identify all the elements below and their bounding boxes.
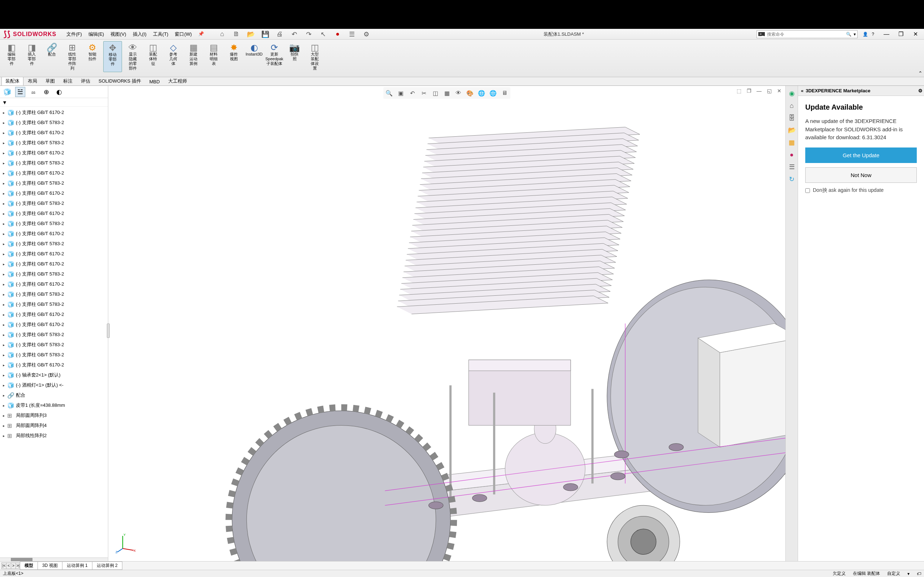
viewport-restore-icon[interactable]: ◱ (765, 87, 773, 95)
apply-scene-icon[interactable]: 🌐 (477, 88, 486, 98)
expand-icon[interactable]: ▸ (3, 414, 6, 417)
menu-tools[interactable]: 工具(T) (150, 29, 171, 39)
tree-item[interactable]: ▸🧊(-) 支撑柱 GB/T 6170-2 (0, 208, 108, 219)
tree-item[interactable]: ▸⊞局部圆周阵列4 (0, 421, 108, 430)
fm-tab-property-icon[interactable]: ☱ (15, 87, 25, 97)
expand-icon[interactable]: ▸ (3, 252, 6, 256)
tree-item[interactable]: ▸🧊(-) 支撑柱 GB/T 6170-2 (0, 108, 108, 118)
user-icon[interactable]: 👤 (863, 32, 868, 37)
expand-icon[interactable]: ▸ (3, 384, 6, 387)
minimize-button[interactable]: — (881, 31, 892, 38)
tree-item[interactable]: ▸🧊皮带1 (长度=438.88mm (0, 400, 108, 410)
ribbon-button-5[interactable]: ✥移动 零部 件 (103, 41, 122, 72)
expand-icon[interactable]: ▸ (3, 363, 6, 367)
status-dropdown-icon[interactable]: ▾ (908, 571, 909, 576)
expand-icon[interactable]: ▸ (3, 434, 6, 438)
tree-item[interactable]: ▸🧊(-) 支撑柱 GB/T 6170-2 (0, 128, 108, 138)
panel-settings-icon[interactable]: ⚙ (918, 88, 922, 93)
expand-icon[interactable]: ▸ (3, 292, 6, 297)
command-tab-5[interactable]: SOLIDWORKS 插件 (95, 76, 145, 85)
tree-item[interactable]: ▸🧊(-) 支撑柱 GB/T 5783-2 (0, 350, 108, 360)
bottom-tab-1[interactable]: 3D 视图 (37, 561, 63, 570)
bottom-tab-3[interactable]: 运动算例 2 (92, 561, 122, 570)
design-library-icon[interactable]: 🗄 (787, 113, 796, 122)
expand-icon[interactable]: ▸ (3, 212, 6, 216)
appearances-icon[interactable]: ● (787, 150, 796, 160)
orientation-triad[interactable]: Y X Z (115, 532, 137, 554)
expand-icon[interactable]: ▸ (3, 121, 6, 125)
hide-show-icon[interactable]: 👁 (453, 88, 464, 98)
feature-tree[interactable]: ▸🧊(-) 支撑柱 GB/T 6170-2▸🧊(-) 支撑柱 GB/T 5783… (0, 107, 108, 558)
search-dropdown-icon[interactable]: ▾ (854, 32, 856, 37)
dont-ask-checkbox[interactable] (805, 188, 810, 193)
custom-properties-icon[interactable]: ☰ (787, 162, 796, 172)
home-icon[interactable]: ⌂ (218, 30, 226, 39)
settings-icon[interactable]: ⚙ (362, 30, 371, 39)
search-icon[interactable]: 🔍 (846, 32, 851, 37)
expand-icon[interactable]: ▸ (3, 192, 6, 195)
bottom-tab-2[interactable]: 运动算例 1 (62, 561, 92, 570)
ribbon-button-1[interactable]: ◨插入 零部 件 (23, 41, 41, 72)
tree-item[interactable]: ▸🧊(-) 支撑柱 GB/T 5783-2 (0, 299, 108, 309)
tree-item[interactable]: ▸🔗配合 (0, 390, 108, 400)
get-update-button[interactable]: Get the Update (805, 148, 917, 163)
expand-icon[interactable]: ▸ (3, 403, 6, 408)
tree-item[interactable]: ▸🧊(-) 支撑柱 GB/T 6170-2 (0, 319, 108, 330)
tab-nav-prev[interactable]: < (6, 562, 11, 569)
command-tab-3[interactable]: 标注 (59, 76, 76, 85)
expand-icon[interactable]: ▸ (3, 262, 6, 266)
ribbon-button-15[interactable]: ◫大型 装配 体设 置 (305, 41, 324, 72)
ribbon-button-7[interactable]: ◫装配 体特 征 (144, 41, 162, 72)
ribbon-button-2[interactable]: 🔗配合 (43, 41, 61, 72)
help-icon[interactable]: ? (872, 32, 874, 37)
restore-button[interactable]: ❐ (896, 31, 906, 38)
tree-item[interactable]: ▸🧊(-) 支撑柱 GB/T 5783-2 (0, 138, 108, 148)
menu-edit[interactable]: 编辑(E) (86, 29, 107, 39)
ribbon-button-10[interactable]: ▤材料 明细 表 (204, 41, 223, 72)
expand-icon[interactable]: ▸ (3, 313, 6, 317)
tree-item[interactable]: ▸⊞局部圆周阵列3 (0, 410, 108, 421)
section-view-icon[interactable]: ✂ (419, 88, 429, 98)
file-explorer-icon[interactable]: 📂 (787, 126, 796, 135)
3dexp-icon[interactable]: ◉ (787, 89, 796, 98)
expand-icon[interactable]: ▸ (3, 201, 6, 206)
tree-item[interactable]: ▸🧊(-) 轴承套2<1> (默认) (0, 370, 108, 380)
view-orientation-icon[interactable]: ◫ (430, 88, 440, 98)
tree-item[interactable]: ▸🧊(-) 支撑柱 GB/T 6170-2 (0, 168, 108, 178)
save-icon[interactable]: 💾 (261, 30, 270, 39)
search-input[interactable] (767, 32, 844, 37)
expand-icon[interactable]: ▸ (3, 151, 6, 155)
tree-item[interactable]: ▸⊞局部线性阵列2 (0, 430, 108, 441)
tree-item[interactable]: ▸🧊(-) 支撑柱 GB/T 5783-2 (0, 178, 108, 188)
tree-item[interactable]: ▸🧊(-) 支撑柱 GB/T 6170-2 (0, 249, 108, 259)
zoom-fit-icon[interactable]: 🔍 (384, 88, 394, 98)
tab-nav-next[interactable]: > (11, 562, 16, 569)
command-tab-2[interactable]: 草图 (42, 76, 59, 85)
expand-icon[interactable]: ▸ (3, 171, 6, 175)
command-tab-7[interactable]: 大工程师 (164, 76, 191, 85)
expand-icon[interactable]: ▸ (3, 373, 6, 377)
fm-tab-config-icon[interactable]: ⎂ (28, 87, 38, 97)
tree-item[interactable]: ▸🧊(-) 支撑柱 GB/T 5783-2 (0, 289, 108, 299)
list-icon[interactable]: ☰ (347, 30, 356, 39)
expand-icon[interactable]: ▸ (3, 131, 6, 135)
expand-icon[interactable]: ▸ (3, 272, 6, 276)
dont-ask-checkbox-row[interactable]: Don抰 ask again for this update (805, 187, 917, 193)
view-settings-icon[interactable]: 🌐 (488, 88, 498, 98)
3d-viewport[interactable]: 🔍 ▣ ↶ ✂ ◫ ▦ 👁 🎨 🌐 🌐 🖥 ⬚ ❐ — ◱ ✕ (108, 86, 785, 561)
select-icon[interactable]: ↖ (319, 30, 327, 39)
tree-item[interactable]: ▸🧊(-) 支撑柱 GB/T 6170-2 (0, 360, 108, 370)
tree-item[interactable]: ▸🧊(-) 支撑柱 GB/T 5783-2 (0, 239, 108, 249)
ribbon-button-12[interactable]: ◐Instant3D (245, 41, 263, 72)
status-custom[interactable]: 自定义 (887, 571, 900, 577)
expand-icon[interactable]: ▸ (3, 111, 6, 115)
tree-item[interactable]: ▸🧊(-) 支撑柱 GB/T 6170-2 (0, 279, 108, 289)
ribbon-button-4[interactable]: ⚙智能 扣件 (83, 41, 102, 72)
status-tag-icon[interactable]: 🏷 (917, 571, 921, 576)
expand-icon[interactable]: ▸ (3, 282, 6, 286)
command-tab-0[interactable]: 装配体 (2, 76, 23, 85)
tree-item[interactable]: ▸🧊(-) 支撑柱 GB/T 5783-2 (0, 340, 108, 350)
ribbon-button-13[interactable]: ⟳更新 Speedpak 子装配体 (265, 41, 284, 72)
redo-icon[interactable]: ↷ (304, 30, 313, 39)
tree-item[interactable]: ▸🧊(-) 支撑柱 GB/T 6170-2 (0, 148, 108, 158)
